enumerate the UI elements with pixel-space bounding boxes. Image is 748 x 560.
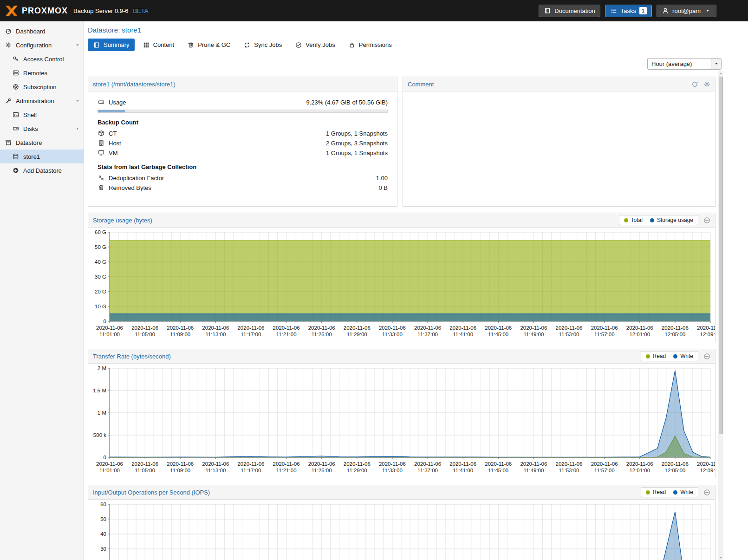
sidebar-item-label: Datastore: [16, 139, 42, 146]
chart-legend: ReadWrite: [641, 487, 698, 497]
collapse-icon[interactable]: [703, 489, 710, 496]
collapse-icon[interactable]: [703, 353, 710, 360]
tab-prune-gc[interactable]: Prune & GC: [182, 39, 235, 51]
comment-body[interactable]: [403, 91, 715, 103]
gc-stats-heading: Stats from last Garbage Collection: [98, 163, 388, 170]
tab-row: Summary Content Prune & GC Sync Jobs Ver…: [84, 37, 748, 55]
hdd-icon: [98, 99, 105, 105]
svg-text:11:49:00: 11:49:00: [523, 468, 544, 473]
sidebar-item-access-control[interactable]: Access Control: [0, 52, 84, 66]
panels-area: store1 (/mnt/datastores/store1) Usage 9.…: [84, 72, 748, 560]
dedup-label: Deduplication Factor: [109, 175, 164, 182]
tab-summary[interactable]: Summary: [88, 39, 135, 51]
datastore-info-panel: store1 (/mnt/datastores/store1) Usage 9.…: [88, 77, 397, 207]
caret-up-icon[interactable]: [717, 72, 725, 76]
caret-down-icon[interactable]: [75, 42, 80, 49]
sidebar-item-label: Disks: [23, 125, 38, 132]
sidebar-item-datastore[interactable]: Datastore: [0, 136, 84, 150]
documentation-button[interactable]: Documentation: [539, 5, 600, 17]
proxmox-x-icon: [5, 5, 19, 17]
vm-label: VM: [109, 150, 118, 156]
host-row: Host 2 Groups, 3 Snapshots: [98, 138, 388, 148]
trash-icon: [98, 184, 105, 191]
svg-text:2020-11-06: 2020-11-06: [237, 325, 264, 331]
legend-dot: [650, 218, 654, 222]
svg-text:2020-11-06: 2020-11-06: [697, 325, 715, 331]
sidebar-item-add-datastore[interactable]: Add Datastore: [0, 163, 84, 177]
svg-text:30 G: 30 G: [95, 274, 106, 280]
tab-label: Summary: [104, 41, 130, 48]
svg-text:11:33:00: 11:33:00: [382, 468, 403, 473]
svg-text:11:13:00: 11:13:00: [205, 332, 226, 337]
svg-text:11:45:00: 11:45:00: [488, 468, 508, 473]
timeframe-select[interactable]: Hour (average): [647, 58, 722, 70]
svg-text:2020-11-06: 2020-11-06: [167, 461, 194, 467]
user-menu-button[interactable]: root@pam: [657, 5, 716, 17]
svg-text:11:05:00: 11:05:00: [135, 468, 155, 473]
sidebar-item-store1[interactable]: store1: [0, 150, 84, 163]
sidebar-item-remotes[interactable]: Remotes: [0, 66, 84, 80]
svg-text:2020-11-06: 2020-11-06: [96, 461, 123, 467]
svg-text:11:29:00: 11:29:00: [347, 332, 367, 337]
tasks-label: Tasks: [621, 7, 636, 14]
combo-trigger[interactable]: [711, 59, 721, 69]
caret-right-icon[interactable]: [75, 125, 80, 132]
transfer-rate-panel: Transfer Rate (bytes/second) ReadWrite 0…: [88, 349, 715, 478]
sidebar-item-shell[interactable]: Shell: [0, 108, 84, 122]
book-icon: [93, 42, 100, 48]
tab-verify-jobs[interactable]: Verify Jobs: [290, 39, 340, 51]
svg-text:2020-11-06: 2020-11-06: [379, 461, 406, 467]
vertical-scrollbar[interactable]: [718, 71, 723, 560]
legend-item[interactable]: Storage usage: [650, 217, 693, 223]
tab-content[interactable]: Content: [137, 39, 180, 51]
collapse-icon[interactable]: [703, 217, 710, 224]
legend-item[interactable]: Write: [673, 353, 693, 359]
svg-text:11:25:00: 11:25:00: [312, 332, 332, 337]
usage-row: Usage 9.23% (4.67 GiB of 50.56 GiB): [98, 98, 388, 107]
host-label: Host: [109, 140, 121, 147]
caret-down-icon[interactable]: [717, 555, 725, 560]
sidebar-item-administration[interactable]: Administration: [0, 94, 84, 108]
tab-label: Content: [153, 41, 175, 48]
svg-text:11:45:00: 11:45:00: [488, 332, 508, 337]
svg-text:0: 0: [104, 455, 106, 460]
svg-text:1 M: 1 M: [98, 410, 106, 416]
scrollbar-thumb[interactable]: [719, 77, 723, 434]
tasks-button[interactable]: Tasks 1: [605, 5, 652, 17]
server-icon: [12, 70, 20, 76]
main-content: Datastore: store1 Summary Content Prune …: [84, 21, 748, 560]
dedup-row: Deduplication Factor 1.00: [98, 173, 388, 182]
legend-dot: [646, 354, 650, 358]
svg-text:50: 50: [100, 516, 106, 522]
tab-sync-jobs[interactable]: Sync Jobs: [238, 39, 287, 51]
caret-down-icon[interactable]: [75, 98, 80, 104]
legend-item[interactable]: Write: [673, 489, 693, 495]
app-header: PROXMOX Backup Server 0.9-6 BETA Documen…: [0, 0, 748, 21]
svg-text:12:05:00: 12:05:00: [664, 468, 685, 473]
building-icon: [98, 140, 105, 146]
sidebar-item-subscription[interactable]: Subscription: [0, 80, 84, 94]
svg-text:2020-11-06: 2020-11-06: [485, 325, 512, 331]
svg-text:1.5 M: 1.5 M: [93, 388, 106, 393]
svg-text:2020-11-06: 2020-11-06: [131, 325, 158, 331]
usage-progressbar: [98, 110, 388, 113]
circle-arrow-icon[interactable]: [691, 81, 698, 88]
legend-item[interactable]: Read: [646, 489, 666, 495]
svg-text:20 G: 20 G: [95, 289, 106, 294]
beta-link[interactable]: BETA: [133, 7, 149, 14]
chevron-down-icon: [704, 8, 711, 13]
legend-item[interactable]: Total: [624, 217, 643, 223]
removed-bytes-label: Removed Bytes: [109, 184, 151, 191]
usage-progress-fill: [98, 110, 125, 112]
legend-item[interactable]: Read: [646, 353, 666, 359]
sidebar-item-dashboard[interactable]: Dashboard: [0, 24, 84, 38]
sidebar-item-disks[interactable]: Disks: [0, 122, 84, 136]
svg-text:0: 0: [104, 319, 106, 324]
svg-text:11:57:00: 11:57:00: [594, 468, 615, 473]
sidebar-item-configuration[interactable]: Configuration: [0, 38, 84, 52]
tab-permissions[interactable]: Permissions: [343, 39, 397, 51]
svg-text:60 G: 60 G: [95, 229, 106, 235]
chart-title: Transfer Rate (bytes/second): [93, 353, 171, 360]
gear-icon[interactable]: [703, 81, 710, 88]
legend-dot: [624, 218, 628, 222]
